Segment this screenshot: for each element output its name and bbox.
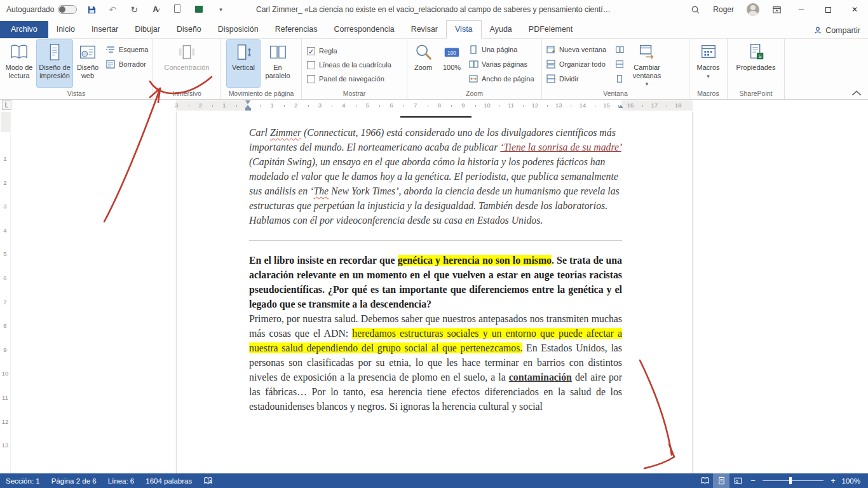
- page-width-button[interactable]: Ancho de página: [466, 72, 537, 85]
- zoom-button[interactable]: Zoom: [409, 40, 438, 87]
- read-mode-book-icon: [10, 43, 29, 62]
- status-line[interactable]: Línea: 6: [102, 473, 140, 488]
- save-icon[interactable]: [87, 5, 97, 15]
- autosave-toggle[interactable]: [58, 5, 77, 14]
- zoom-slider-thumb[interactable]: [789, 477, 792, 484]
- status-section[interactable]: Sección: 1: [0, 473, 46, 488]
- group-label-inmersivo: Inmersivo: [154, 88, 219, 99]
- status-print-layout-icon[interactable]: [713, 473, 729, 488]
- autosave-control[interactable]: Autoguardado: [6, 5, 77, 14]
- tab-ayuda[interactable]: Ayuda: [482, 21, 520, 38]
- draft-view-button[interactable]: Borrador: [103, 58, 151, 71]
- tab-vista[interactable]: Vista: [446, 20, 482, 39]
- split-button[interactable]: Dividir: [543, 72, 609, 85]
- letter-a-icon[interactable]: A∕: [150, 5, 161, 14]
- user-name[interactable]: Roger: [707, 0, 740, 19]
- document-page[interactable]: Carl Zimmer (Connecticut, 1966) está con…: [176, 112, 693, 473]
- switch-windows-button[interactable]: Cambiar ventanas ▾: [627, 40, 667, 88]
- share-button[interactable]: Compartir: [813, 26, 860, 35]
- ribbon-options-icon[interactable]: [766, 0, 788, 19]
- document-body[interactable]: Carl Zimmer (Connecticut, 1966) está con…: [249, 125, 622, 414]
- status-page[interactable]: Página 2 de 6: [46, 473, 102, 488]
- ribbon-group-movimiento: Vertical En paralelo Movimiento de págin…: [221, 39, 302, 99]
- checkbox-regla[interactable]: ✓ Regla: [307, 45, 391, 57]
- status-web-layout-icon[interactable]: [729, 473, 746, 488]
- outline-view-button[interactable]: Esquema: [103, 43, 151, 56]
- maximize-button[interactable]: [815, 0, 841, 19]
- focus-button[interactable]: Concentración: [161, 40, 212, 87]
- ribbon-vista: Modo de lectura Diseño de impresión Dise…: [0, 38, 868, 100]
- redo-icon[interactable]: ↻: [128, 4, 140, 15]
- checkbox-mark: ✓: [307, 47, 315, 55]
- zoom-percentage[interactable]: 100%: [840, 477, 868, 485]
- group-label-zoom: Zoom: [409, 88, 540, 99]
- spell-check-icon[interactable]: [198, 473, 219, 488]
- tab-diseno[interactable]: Diseño: [168, 21, 210, 38]
- checkbox-mark: [307, 75, 315, 83]
- properties-button[interactable]: Propiedades: [735, 40, 777, 87]
- one-page-button[interactable]: Una página: [466, 43, 537, 56]
- side-to-side-button[interactable]: En paralelo: [260, 40, 295, 87]
- paragraph-a[interactable]: Primero, por nuestra salud. Debemos sabe…: [249, 311, 622, 414]
- share-person-icon: [813, 26, 822, 35]
- tab-correspondencia[interactable]: Correspondencia: [325, 21, 402, 38]
- tab-revisar[interactable]: Revisar: [403, 21, 446, 38]
- left-indent-marker[interactable]: [245, 108, 251, 111]
- web-layout-button[interactable]: Diseño web: [72, 40, 103, 87]
- side-by-side-mini-icon: [615, 45, 624, 54]
- green-table-icon[interactable]: [193, 4, 205, 15]
- ribbon-tabs: Archivo Inicio Insertar Dibujar Diseño D…: [0, 19, 868, 38]
- view-side-by-side-button[interactable]: [613, 43, 627, 56]
- new-window-button[interactable]: Nueva ventana: [543, 43, 609, 56]
- tab-insertar[interactable]: Insertar: [83, 21, 126, 38]
- zoom-out-icon[interactable]: −: [746, 476, 760, 485]
- zoom-slider[interactable]: [763, 480, 824, 481]
- reset-window-icon: [615, 74, 624, 83]
- chevron-down-icon[interactable]: ▾: [215, 6, 226, 13]
- ribbon-group-vistas: Modo de lectura Diseño de impresión Dise…: [0, 39, 153, 99]
- side-by-side-pages-icon: [268, 43, 287, 62]
- minimize-button[interactable]: ─: [788, 0, 815, 19]
- tab-disposicion[interactable]: Disposición: [210, 21, 267, 38]
- undo-icon[interactable]: ↶: [107, 4, 118, 15]
- tab-pdfelement[interactable]: PDFelement: [520, 21, 581, 38]
- status-word-count[interactable]: 1604 palabras: [140, 473, 198, 488]
- print-layout-page-icon: [45, 43, 64, 62]
- avatar[interactable]: [740, 0, 766, 19]
- reset-window-button[interactable]: [613, 72, 627, 85]
- draft-page-icon: [105, 59, 116, 69]
- collapse-ribbon-chevron-icon[interactable]: [851, 90, 862, 97]
- vertical-move-button[interactable]: Vertical: [227, 40, 260, 87]
- search-icon[interactable]: [684, 0, 707, 19]
- first-line-indent-marker[interactable]: [245, 100, 250, 104]
- status-bar: Sección: 1 Página 2 de 6 Línea: 6 1604 p…: [0, 473, 868, 488]
- checkbox-navegacion[interactable]: Panel de navegación: [307, 73, 391, 85]
- group-label-movimiento: Movimiento de página: [222, 88, 300, 99]
- tab-referencias[interactable]: Referencias: [267, 21, 326, 38]
- tab-inicio[interactable]: Inicio: [48, 21, 83, 38]
- tab-dibujar[interactable]: Dibujar: [126, 21, 168, 38]
- macros-button[interactable]: Macros ▾: [692, 40, 725, 87]
- zoom-magnifier-icon: [414, 43, 433, 62]
- paragraph-q[interactable]: En el libro insiste en recordar que gené…: [249, 253, 622, 311]
- zoom-100-badge-icon: [442, 43, 461, 62]
- read-mode-button[interactable]: Modo de lectura: [1, 40, 37, 87]
- zoom-in-icon[interactable]: +: [826, 476, 840, 485]
- zoom-100-button[interactable]: 100%: [438, 40, 466, 87]
- checkbox-cuadricula[interactable]: Líneas de la cuadrícula: [307, 59, 391, 71]
- close-button[interactable]: ✕: [841, 0, 868, 19]
- touch-page-icon[interactable]: [172, 4, 183, 15]
- macros-window-icon: [699, 43, 718, 62]
- status-read-mode-icon[interactable]: [696, 473, 713, 488]
- outline-list-icon: [105, 44, 116, 55]
- print-layout-button[interactable]: Diseño de impresión: [37, 40, 72, 87]
- vertical-ruler[interactable]: 12345678910111213: [0, 112, 11, 473]
- horizontal-ruler[interactable]: 321123456789101112131415161718: [0, 100, 868, 112]
- tab-archivo[interactable]: Archivo: [0, 21, 48, 38]
- sync-scroll-button[interactable]: [613, 58, 627, 71]
- right-indent-marker[interactable]: [618, 105, 623, 108]
- paragraph-intro[interactable]: Carl Zimmer (Connecticut, 1966) está con…: [249, 125, 622, 227]
- multiple-pages-button[interactable]: Varias páginas: [466, 58, 537, 71]
- document-area: 12345678910111213 Carl Zimmer (Connectic…: [0, 112, 868, 473]
- arrange-all-button[interactable]: Organizar todo: [543, 58, 609, 71]
